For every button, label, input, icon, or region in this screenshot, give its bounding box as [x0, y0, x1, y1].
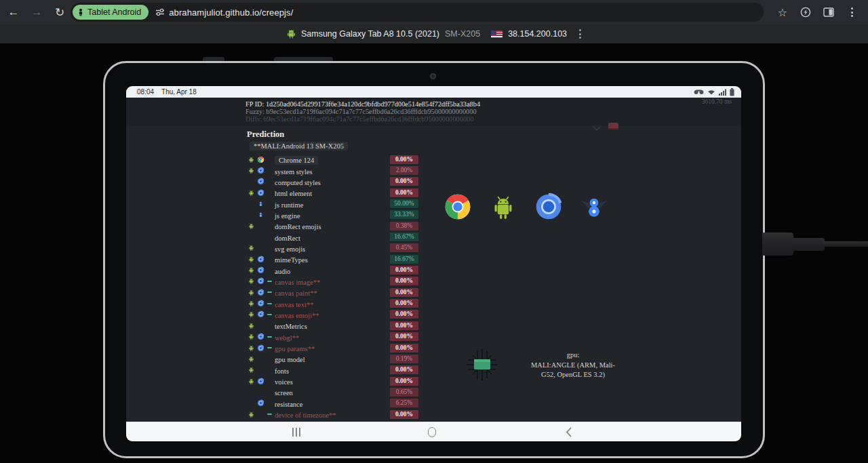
- v8-logo-icon: [579, 192, 609, 222]
- back-icon[interactable]: ←: [4, 3, 23, 22]
- ip-address: 38.154.200.103: [508, 29, 567, 39]
- metric-label: js runtime: [275, 201, 303, 209]
- metric-label: gpu model: [275, 356, 305, 363]
- metric-label[interactable]: device of timezone**: [275, 411, 336, 419]
- v8-icon: [256, 200, 265, 207]
- device-emulation-bar: Samsung Galaxy Tab A8 10.5 (2021) SM-X20…: [0, 24, 868, 43]
- chromium-icon: [256, 178, 265, 185]
- browser-menu-icon[interactable]: [844, 4, 860, 20]
- chromium-icon: [256, 399, 265, 407]
- load-timing: 3610.70 ms: [702, 98, 732, 105]
- metric-label: resistance: [275, 401, 302, 408]
- android-icon: [247, 289, 256, 296]
- metric-label: audio: [275, 268, 290, 275]
- metric-label: fonts: [275, 367, 289, 375]
- percent-badge: 0.00%: [390, 266, 418, 275]
- percent-badge: 0.00%: [390, 310, 418, 319]
- reload-icon[interactable]: ↻: [50, 3, 69, 22]
- url-text[interactable]: abrahamjuliot.github.io/creepjs/: [169, 7, 293, 18]
- prediction-row: textMetrics0.00%: [247, 320, 418, 331]
- android-icon: [247, 256, 256, 263]
- android-icon: [247, 277, 256, 285]
- android-status-bar: 08:04 Thu, Apr 18: [126, 86, 741, 98]
- android-icon: [247, 300, 256, 307]
- percent-badge: 0.00%: [390, 410, 418, 419]
- gpu-info: gpu: MALI:ANGLE (ARM, Mali- G52, OpenGL …: [498, 350, 648, 380]
- metric-label[interactable]: canvas image**: [275, 279, 320, 286]
- percent-badge: 0.38%: [390, 222, 418, 230]
- platform-logos: [443, 192, 609, 222]
- metric-label[interactable]: canvas paint**: [275, 289, 317, 297]
- goggles-icon: [694, 89, 704, 95]
- percent-badge: 0.19%: [390, 355, 418, 363]
- performance-icon[interactable]: [797, 4, 814, 20]
- percent-badge: 0.00%: [390, 365, 418, 374]
- usb-cable-wire: [823, 241, 868, 247]
- metric-label: domRect emojis: [275, 223, 321, 230]
- prediction-row: resistance6.25%: [247, 398, 418, 409]
- prediction-row: fonts0.00%: [247, 365, 418, 376]
- percent-badge: 33.33%: [390, 210, 418, 219]
- prediction-row: js runtime50.00%: [247, 198, 418, 209]
- chromium-icon: [256, 300, 265, 307]
- side-panel-icon[interactable]: [821, 4, 837, 20]
- metric-label: voices: [275, 378, 293, 386]
- prediction-subtitle: **MALI:Android 13 SM-X205: [250, 142, 348, 150]
- forward-icon[interactable]: →: [27, 3, 46, 22]
- usb-cable-plug: [792, 238, 825, 251]
- v8-icon: [256, 211, 265, 218]
- front-camera: [430, 73, 436, 79]
- prediction-row: js engine33.33%: [247, 209, 418, 220]
- metric-label[interactable]: canvas emoji**: [275, 312, 319, 319]
- partial-red-badge: [608, 123, 618, 129]
- minus-icon: [265, 303, 273, 304]
- back-button[interactable]: [555, 422, 582, 441]
- prediction-row: voices0.00%: [247, 376, 418, 386]
- percent-badge: 2.00%: [390, 166, 418, 175]
- site-settings-icon[interactable]: [155, 7, 165, 17]
- prediction-row: computed styles0.00%: [247, 176, 418, 187]
- bookmark-star-icon[interactable]: ☆: [774, 4, 791, 20]
- android-icon: [247, 411, 256, 418]
- minus-icon: [265, 414, 273, 415]
- metric-label[interactable]: gpu params**: [275, 345, 315, 353]
- prediction-row: audio0.00%: [247, 264, 418, 275]
- android-icon: [247, 322, 256, 329]
- status-date: Thu, Apr 18: [161, 88, 197, 96]
- gpu-line2: G52, OpenGL ES 3.2): [498, 370, 648, 380]
- home-button[interactable]: [418, 422, 446, 441]
- chromium-icon: [256, 277, 265, 285]
- recents-button[interactable]: [283, 422, 310, 441]
- metric-label: system styles: [275, 168, 313, 176]
- percent-badge: 0.00%: [390, 277, 418, 285]
- metric-label[interactable]: canvas text**: [275, 301, 313, 308]
- metric-label: textMetrics: [275, 323, 307, 330]
- fp-fuzzy: Fuzzy: b9ec53ecd1a719f6ac094c71a7c77c5ef…: [245, 108, 480, 115]
- minus-icon: [265, 347, 273, 348]
- metric-label: Chrome 124: [275, 156, 318, 165]
- browser-toolbar: ← → ↻ Tablet Android abrahamjuliot.githu…: [0, 0, 868, 24]
- android-icon: [247, 366, 256, 374]
- percent-badge: 0.45%: [390, 243, 418, 252]
- device-menu-icon[interactable]: [579, 29, 581, 39]
- metric-label[interactable]: webgl**: [275, 334, 299, 342]
- signal-icon: [719, 89, 726, 96]
- prediction-row: gpu model0.19%: [247, 353, 418, 364]
- usb-cable-connector: [762, 233, 793, 256]
- chromium-icon: [256, 310, 265, 318]
- percent-badge: 16.67%: [390, 255, 418, 264]
- gpu-line1: MALI:ANGLE (ARM, Mali-: [498, 361, 648, 371]
- percent-badge: 6.25%: [390, 399, 418, 407]
- chromium-icon: [256, 289, 265, 296]
- chromium-icon: [256, 167, 265, 174]
- percent-badge: 0.00%: [390, 299, 418, 308]
- percent-badge: 0.00%: [390, 344, 418, 353]
- android-icon: [247, 189, 256, 197]
- android-icon: [247, 167, 256, 174]
- url-bar[interactable]: Tablet Android abrahamjuliot.github.io/c…: [71, 3, 764, 22]
- prediction-row: canvas image**0.00%: [247, 276, 418, 287]
- prediction-row: screen0.65%: [247, 386, 418, 397]
- prediction-row: domRect16.67%: [247, 231, 418, 242]
- device-mode-pill[interactable]: Tablet Android: [73, 5, 149, 20]
- prediction-title: Prediction: [247, 129, 284, 140]
